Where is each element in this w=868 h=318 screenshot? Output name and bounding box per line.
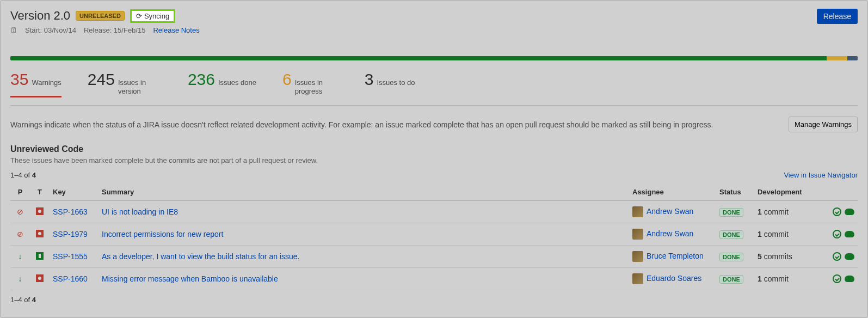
- cloud-icon[interactable]: [845, 276, 854, 282]
- progress-todo-segment: [847, 56, 858, 60]
- stat-warnings-label: Warnings: [32, 78, 61, 87]
- stat-warnings-count: 35: [10, 70, 28, 89]
- status-badge: DONE: [719, 275, 743, 284]
- version-title: Version 2.0: [10, 9, 70, 23]
- tab-issues-done[interactable]: 236 Issues done: [188, 70, 256, 97]
- check-circle-icon[interactable]: [833, 207, 841, 216]
- syncing-label: Syncing: [144, 12, 169, 20]
- status-badge: DONE: [719, 253, 743, 261]
- table-row: ↓SSP-1555As a developer, I want to view …: [10, 246, 858, 268]
- avatar: [632, 273, 643, 284]
- section-subtitle: These issues have been marked complete b…: [10, 156, 858, 164]
- issue-key-link[interactable]: SSP-1555: [53, 252, 88, 261]
- issue-type-bug-icon: [36, 274, 44, 282]
- issues-table: P T Key Summary Assignee Status Developm…: [10, 184, 858, 290]
- warnings-description: Warnings indicate when the status of a J…: [10, 120, 713, 129]
- priority-blocker-icon: ⊘: [17, 230, 23, 238]
- stat-in-version-count: 245: [88, 70, 115, 89]
- tab-issues-in-progress[interactable]: 6 Issues in progress: [282, 70, 338, 97]
- progress-done-segment: [10, 56, 827, 60]
- col-summary[interactable]: Summary: [99, 184, 629, 201]
- tab-warnings[interactable]: 35 Warnings: [10, 70, 61, 97]
- development-commits[interactable]: 1 commit: [754, 268, 825, 290]
- stat-done-label: Issues done: [218, 78, 256, 87]
- col-type[interactable]: T: [30, 184, 50, 201]
- release-notes-link[interactable]: Release Notes: [153, 26, 199, 34]
- issue-type-story-icon: [36, 252, 44, 260]
- issue-summary-link[interactable]: As a developer, I want to view the build…: [102, 252, 299, 261]
- tab-issues-todo[interactable]: 3 Issues to do: [365, 70, 415, 97]
- assignee-link[interactable]: Eduardo Soares: [647, 274, 701, 283]
- assignee-link[interactable]: Andrew Swan: [647, 207, 693, 216]
- avatar: [632, 206, 643, 217]
- col-priority[interactable]: P: [10, 184, 30, 201]
- issue-type-bug-icon: [36, 207, 44, 215]
- pager-top: 1–4 of 4: [10, 171, 36, 179]
- development-commits[interactable]: 1 commit: [754, 223, 825, 246]
- syncing-badge: ⟳ Syncing: [130, 9, 175, 23]
- development-commits[interactable]: 1 commit: [754, 201, 825, 223]
- cloud-icon[interactable]: [845, 231, 854, 237]
- section-title: Unreviewed Code: [10, 144, 858, 154]
- stat-in-version-label: Issues in version: [118, 78, 162, 95]
- check-circle-icon[interactable]: [833, 252, 841, 261]
- issue-summary-link[interactable]: Incorrect permissions for new report: [102, 230, 223, 238]
- issue-key-link[interactable]: SSP-1663: [53, 207, 88, 216]
- col-status[interactable]: Status: [716, 184, 754, 201]
- table-row: ⊘SSP-1979Incorrect permissions for new r…: [10, 223, 858, 246]
- col-key[interactable]: Key: [50, 184, 99, 201]
- priority-low-icon: ↓: [19, 252, 22, 261]
- start-date: Start: 03/Nov/14: [25, 26, 76, 34]
- view-in-issue-navigator-link[interactable]: View in Issue Navigator: [784, 171, 858, 179]
- check-circle-icon[interactable]: [833, 230, 841, 238]
- release-button[interactable]: Release: [817, 9, 858, 24]
- cloud-icon[interactable]: [845, 209, 854, 215]
- progress-in-progress-segment: [827, 56, 847, 60]
- manage-warnings-button[interactable]: Manage Warnings: [789, 117, 858, 132]
- issue-type-bug-icon: [36, 230, 44, 237]
- sync-icon: ⟳: [136, 12, 142, 20]
- assignee-link[interactable]: Andrew Swan: [647, 229, 693, 238]
- avatar: [632, 251, 643, 262]
- issue-summary-link[interactable]: Missing error message when Bamboo is una…: [102, 274, 278, 283]
- status-badge: DONE: [719, 230, 743, 239]
- assignee-link[interactable]: Bruce Templeton: [647, 252, 704, 260]
- issue-summary-link[interactable]: UI is not loading in IE8: [102, 207, 178, 216]
- cloud-icon[interactable]: [845, 253, 854, 260]
- stat-todo-count: 3: [365, 70, 374, 89]
- col-development[interactable]: Development: [754, 184, 825, 201]
- table-row: ⊘SSP-1663UI is not loading in IE8Andrew …: [10, 201, 858, 223]
- unreleased-badge: UNRELEASED: [76, 11, 125, 21]
- stat-in-progress-count: 6: [282, 70, 292, 89]
- stat-done-count: 236: [188, 70, 215, 89]
- stat-in-progress-label: Issues in progress: [295, 78, 338, 95]
- stat-todo-label: Issues to do: [377, 78, 415, 87]
- development-commits[interactable]: 5 commits: [754, 246, 825, 268]
- issue-key-link[interactable]: SSP-1979: [53, 230, 88, 238]
- issue-key-link[interactable]: SSP-1660: [53, 274, 88, 283]
- tab-issues-in-version[interactable]: 245 Issues in version: [88, 70, 162, 97]
- priority-low-icon: ↓: [19, 274, 22, 283]
- table-row: ↓SSP-1660Missing error message when Bamb…: [10, 268, 858, 290]
- release-date: Release: 15/Feb/15: [84, 26, 145, 34]
- priority-blocker-icon: ⊘: [17, 207, 23, 216]
- pager-bottom: 1–4 of 4: [10, 296, 858, 304]
- avatar: [632, 229, 643, 240]
- calendar-icon: 🗓: [10, 26, 17, 34]
- progress-bar: [10, 56, 858, 60]
- col-assignee[interactable]: Assignee: [629, 184, 716, 201]
- status-badge: DONE: [719, 208, 743, 217]
- check-circle-icon[interactable]: [833, 274, 841, 283]
